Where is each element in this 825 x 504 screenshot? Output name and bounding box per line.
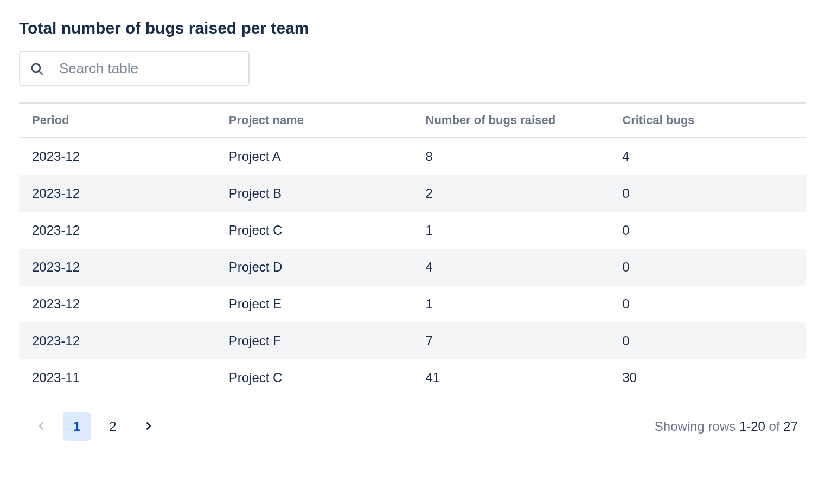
pagination: 12 xyxy=(27,412,163,441)
cell-period: 2023-12 xyxy=(19,138,216,175)
chevron-right-icon xyxy=(143,420,155,434)
bugs-table: Period Project name Number of bugs raise… xyxy=(19,102,806,396)
column-header-period[interactable]: Period xyxy=(19,103,216,138)
column-header-project[interactable]: Project name xyxy=(216,103,413,138)
cell-period: 2023-12 xyxy=(19,286,216,322)
cell-project: Project E xyxy=(216,286,413,322)
cell-project: Project B xyxy=(216,175,413,212)
cell-critical: 0 xyxy=(609,175,806,212)
row-count-info: Showing rows 1-20 of 27 xyxy=(655,419,798,434)
cell-period: 2023-12 xyxy=(19,322,216,359)
table-row: 2023-12Project C10 xyxy=(19,212,806,249)
table-row: 2023-12Project B20 xyxy=(19,175,806,212)
row-info-of: of xyxy=(765,419,783,434)
pagination-page-2-button[interactable]: 2 xyxy=(99,412,127,441)
table-row: 2023-12Project E10 xyxy=(19,286,806,322)
table-row: 2023-12Project A84 xyxy=(19,138,806,175)
search-input[interactable] xyxy=(19,51,250,86)
chevron-left-icon xyxy=(35,420,47,434)
table-footer: 12 Showing rows 1-20 of 27 xyxy=(19,412,806,441)
cell-bugs: 7 xyxy=(413,322,610,359)
row-info-range: 1-20 xyxy=(739,419,765,434)
pagination-prev-button[interactable] xyxy=(27,412,55,441)
search-wrapper xyxy=(19,51,250,86)
cell-bugs: 2 xyxy=(413,175,610,212)
cell-project: Project D xyxy=(216,249,413,286)
cell-period: 2023-11 xyxy=(19,359,216,396)
page-title: Total number of bugs raised per team xyxy=(19,19,806,37)
row-info-prefix: Showing rows xyxy=(655,419,739,434)
table-row: 2023-11Project C4130 xyxy=(19,359,806,396)
cell-project: Project C xyxy=(216,212,413,249)
cell-bugs: 4 xyxy=(413,249,610,286)
bugs-table-container: Period Project name Number of bugs raise… xyxy=(19,102,806,396)
cell-critical: 4 xyxy=(609,138,806,175)
cell-period: 2023-12 xyxy=(19,175,216,212)
cell-critical: 0 xyxy=(609,212,806,249)
cell-critical: 0 xyxy=(609,322,806,359)
cell-bugs: 8 xyxy=(413,138,610,175)
cell-project: Project A xyxy=(216,138,413,175)
cell-bugs: 1 xyxy=(413,286,610,322)
cell-bugs: 1 xyxy=(413,212,610,249)
pagination-page-1-button[interactable]: 1 xyxy=(63,412,91,441)
pagination-next-button[interactable] xyxy=(135,412,163,441)
cell-project: Project C xyxy=(216,359,413,396)
column-header-critical[interactable]: Critical bugs xyxy=(609,103,806,138)
table-row: 2023-12Project F70 xyxy=(19,322,806,359)
cell-critical: 0 xyxy=(609,249,806,286)
cell-project: Project F xyxy=(216,322,413,359)
cell-critical: 30 xyxy=(609,359,806,396)
column-header-bugs[interactable]: Number of bugs raised xyxy=(413,103,610,138)
cell-critical: 0 xyxy=(609,286,806,322)
cell-period: 2023-12 xyxy=(19,212,216,249)
row-info-total: 27 xyxy=(783,419,798,434)
table-header-row: Period Project name Number of bugs raise… xyxy=(19,103,806,138)
table-row: 2023-12Project D40 xyxy=(19,249,806,286)
cell-period: 2023-12 xyxy=(19,249,216,286)
cell-bugs: 41 xyxy=(413,359,610,396)
